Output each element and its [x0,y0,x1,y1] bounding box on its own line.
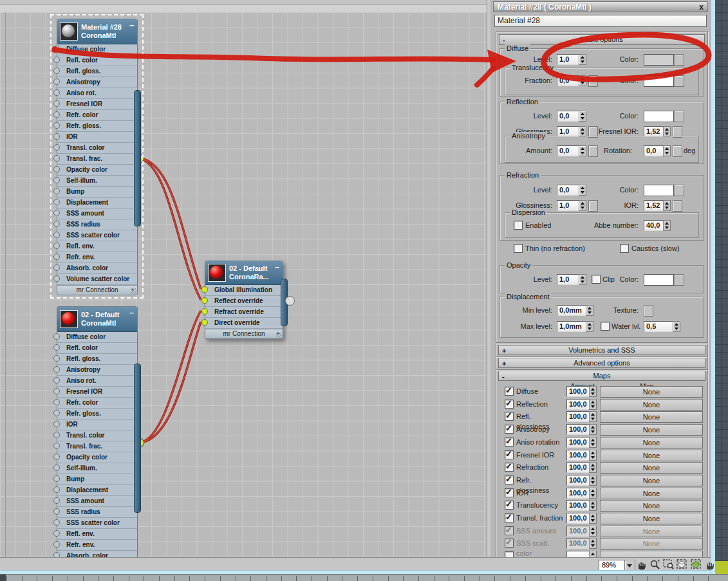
zoom-icon[interactable]: ± [649,558,662,570]
map-checkbox[interactable] [505,551,514,557]
input-socket-icon[interactable] [201,319,208,326]
slot-row[interactable]: Refr. env. [57,540,137,551]
zoom-region-icon[interactable] [662,558,675,570]
input-socket-icon[interactable] [53,475,60,482]
map-amount-spinner[interactable] [589,450,597,461]
input-socket-icon[interactable] [53,243,60,249]
slot-row[interactable]: Refl. gloss. [57,66,137,77]
input-socket-icon[interactable] [53,78,60,85]
map-checkbox[interactable] [505,488,514,497]
input-socket-icon[interactable] [201,286,208,293]
slot-row[interactable]: Absorb. color [57,551,137,557]
slot-row[interactable]: Volume scatter color [57,274,137,285]
map-none-button[interactable]: None [600,500,703,512]
map-amount-input[interactable]: 100,0 [566,437,590,448]
map-none-button[interactable]: None [600,450,703,461]
slot-row[interactable]: Self-illum. [57,176,137,187]
map-none-button[interactable]: None [600,386,703,398]
slot-row[interactable]: Refl. color [57,55,137,66]
node-02-default-coronamtl[interactable]: 02 - Default CoronaMtl – Diffuse colorRe… [57,306,138,557]
input-socket-icon[interactable] [53,210,60,216]
input-socket-icon[interactable] [53,410,60,416]
slot-row[interactable]: Refl. color [57,343,137,354]
slot-row[interactable]: SSS amount [57,208,137,219]
map-checkbox[interactable] [505,513,514,522]
slot-row[interactable]: SSS amount [57,496,137,507]
input-socket-icon[interactable] [53,432,60,438]
slot-row[interactable]: Refl. gloss. [57,354,137,365]
input-socket-icon[interactable] [53,333,60,340]
input-socket-icon[interactable] [53,465,60,471]
map-none-button[interactable]: None [600,538,703,549]
slot-row[interactable]: Transl. frac. [57,154,137,165]
map-amount-input[interactable] [566,551,590,557]
node2-header[interactable]: 02 - Default CoronaMtl – [57,307,137,332]
map-amount-spinner[interactable] [589,462,597,473]
pan-hand-icon[interactable] [635,558,648,570]
slot-row[interactable]: Opacity color [57,165,137,176]
input-socket-icon[interactable] [53,177,60,183]
override-node-header[interactable]: 02 - Default CoronaRa... – [205,261,283,285]
map-amount-spinner[interactable] [589,386,597,397]
map-amount-input[interactable]: 100,0 [566,462,590,473]
expand-plus-icon[interactable]: + [276,329,280,338]
map-checkbox[interactable] [505,425,514,434]
input-socket-icon[interactable] [53,421,60,427]
map-amount-spinner[interactable] [589,488,597,499]
input-socket-icon[interactable] [53,89,60,96]
map-checkbox[interactable] [505,450,514,459]
input-socket-icon[interactable] [53,366,60,373]
input-socket-icon[interactable] [53,519,60,526]
input-socket-icon[interactable] [53,443,60,449]
input-socket-icon[interactable] [53,166,60,172]
slot-row[interactable]: Opacity color [57,452,137,463]
input-socket-icon[interactable] [53,530,60,537]
map-amount-spinner[interactable] [589,399,597,410]
slot-row[interactable]: SSS radius [57,507,137,518]
slot-row[interactable]: Reflect override [205,296,283,307]
slot-row[interactable]: Refr. gloss. [57,121,137,132]
input-socket-icon[interactable] [53,68,60,74]
map-amount-input[interactable]: 100,0 [566,526,590,537]
map-none-button[interactable]: None [600,513,703,524]
map-amount-input[interactable]: 100,0 [566,513,590,524]
map-none-button[interactable]: None [600,462,703,474]
map-none-button[interactable]: None [600,475,703,486]
input-socket-icon[interactable] [53,497,60,504]
input-socket-icon[interactable] [201,297,208,304]
map-none-button[interactable]: None [600,424,703,436]
map-none-button[interactable]: None [600,411,703,423]
map-amount-input[interactable]: 100,0 [566,450,590,461]
input-socket-icon[interactable] [53,552,60,557]
map-checkbox[interactable] [505,463,514,472]
input-socket-icon[interactable] [53,232,60,238]
input-socket-icon[interactable] [53,122,60,129]
map-checkbox[interactable] [505,526,514,535]
node1-mr-connection[interactable]: mr Connection + [57,285,137,295]
minimize-icon[interactable]: – [129,21,134,30]
input-socket-icon[interactable] [53,486,60,493]
map-none-button[interactable] [600,551,703,557]
input-socket-icon[interactable] [53,264,60,271]
slot-row[interactable]: Refr. color [57,110,137,121]
node-02-default-coronara[interactable]: 02 - Default CoronaRa... – Global illumi… [205,261,283,339]
map-amount-input[interactable]: 100,0 [566,488,590,499]
slot-row[interactable]: Refr. gloss. [57,409,137,420]
input-socket-icon[interactable] [53,46,60,52]
slot-row[interactable]: Direct override [205,318,283,329]
slot-row[interactable]: IOR [57,132,137,143]
map-none-button[interactable]: None [600,526,703,537]
map-amount-spinner[interactable] [589,475,597,486]
slot-row[interactable]: Fresnel IOR [57,99,137,110]
map-amount-spinner[interactable] [589,411,597,422]
expand-plus-icon[interactable]: + [131,286,135,295]
input-socket-icon[interactable] [53,133,60,140]
input-socket-icon[interactable] [53,377,60,383]
input-socket-icon[interactable] [53,344,60,351]
map-checkbox[interactable] [505,438,514,447]
zoom-level-field[interactable]: 89% [599,560,627,571]
map-amount-spinner[interactable] [589,500,597,511]
input-socket-icon[interactable] [53,454,60,460]
map-amount-input[interactable]: 100,0 [566,424,590,435]
input-socket-icon[interactable] [53,275,60,282]
